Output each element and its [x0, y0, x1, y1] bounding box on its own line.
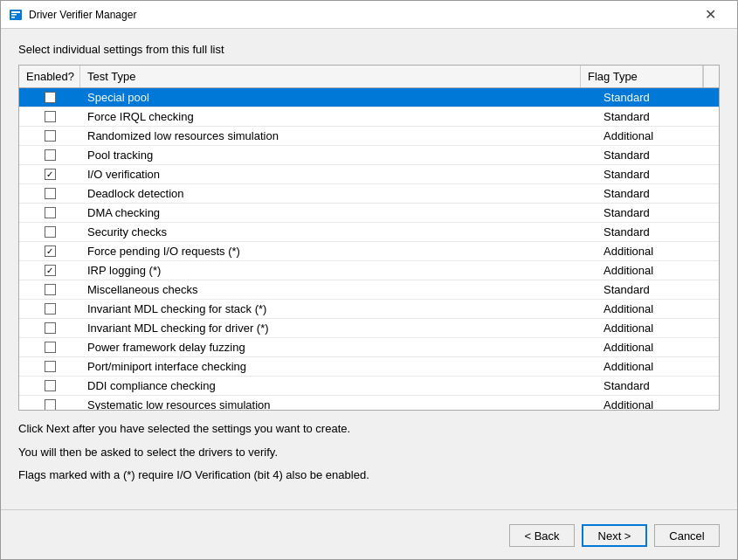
- table-row[interactable]: Deadlock detection Standard: [19, 184, 719, 204]
- main-content: Select individual settings from this ful…: [1, 29, 737, 506]
- table-row[interactable]: Pool tracking Standard: [19, 146, 719, 165]
- window-icon: [8, 7, 24, 23]
- checkbox[interactable]: [45, 265, 56, 276]
- flag-type-cell: Additional: [597, 127, 719, 145]
- svg-rect-3: [11, 17, 15, 18]
- checkbox[interactable]: [45, 207, 56, 218]
- close-button[interactable]: ✕: [690, 1, 730, 29]
- table-row[interactable]: Port/miniport interface checking Additio…: [19, 357, 719, 377]
- table-row[interactable]: DDI compliance checking Standard: [19, 377, 719, 396]
- checkbox[interactable]: [45, 169, 56, 180]
- flag-type-cell: Additional: [597, 396, 719, 410]
- test-type-cell: Miscellaneous checks: [80, 280, 597, 299]
- table-row[interactable]: Systematic low resources simulation Addi…: [19, 396, 719, 410]
- test-type-cell: DMA checking: [80, 204, 597, 222]
- window-title: Driver Verifier Manager: [29, 9, 690, 21]
- flag-type-cell: Additional: [597, 357, 719, 376]
- table-row[interactable]: DMA checking Standard: [19, 204, 719, 223]
- checkbox-cell[interactable]: [19, 319, 80, 337]
- flag-type-cell: Standard: [597, 107, 719, 126]
- checkbox-cell[interactable]: [19, 107, 80, 126]
- checkbox[interactable]: [45, 130, 56, 142]
- flag-type-cell: Additional: [597, 300, 719, 318]
- table-row[interactable]: Invariant MDL checking for stack (*) Add…: [19, 300, 719, 319]
- checkbox[interactable]: [45, 188, 56, 199]
- table-row[interactable]: Force IRQL checking Standard: [19, 107, 719, 127]
- table-row[interactable]: Special pool Standard: [19, 88, 719, 107]
- test-type-cell: IRP logging (*): [80, 261, 597, 280]
- checkbox-cell[interactable]: [19, 242, 80, 260]
- table-row[interactable]: Invariant MDL checking for driver (*) Ad…: [19, 319, 719, 338]
- svg-rect-1: [11, 11, 20, 13]
- flag-type-cell: Additional: [597, 261, 719, 280]
- table-body[interactable]: Special pool Standard Force IRQL checkin…: [19, 88, 719, 410]
- table-row[interactable]: Miscellaneous checks Standard: [19, 280, 719, 300]
- footer-line2: You will then be asked to select the dri…: [18, 445, 720, 460]
- checkbox[interactable]: [45, 92, 56, 103]
- svg-rect-2: [11, 14, 17, 16]
- checkbox-cell[interactable]: [19, 338, 80, 356]
- test-type-cell: DDI compliance checking: [80, 377, 597, 395]
- checkbox[interactable]: [45, 149, 56, 161]
- test-type-cell: Force IRQL checking: [80, 107, 597, 126]
- checkbox-cell[interactable]: [19, 146, 80, 164]
- driver-verifier-window: Driver Verifier Manager ✕ Select individ…: [0, 0, 738, 560]
- flag-type-cell: Standard: [597, 377, 719, 395]
- checkbox[interactable]: [45, 226, 56, 238]
- test-type-cell: Invariant MDL checking for stack (*): [80, 300, 597, 318]
- test-type-cell: Deadlock detection: [80, 184, 597, 203]
- checkbox-cell[interactable]: [19, 377, 80, 395]
- title-bar: Driver Verifier Manager ✕: [1, 1, 737, 29]
- col-enabled: Enabled?: [19, 66, 80, 87]
- test-type-cell: Special pool: [80, 88, 597, 107]
- test-type-cell: Power framework delay fuzzing: [80, 338, 597, 356]
- table-header: Enabled? Test Type Flag Type: [19, 66, 719, 88]
- checkbox-cell[interactable]: [19, 261, 80, 280]
- flag-type-cell: Additional: [597, 242, 719, 260]
- checkbox-cell[interactable]: [19, 88, 80, 107]
- checkbox[interactable]: [45, 342, 56, 353]
- checkbox[interactable]: [45, 399, 56, 410]
- table-row[interactable]: Security checks Standard: [19, 223, 719, 242]
- flag-type-cell: Standard: [597, 280, 719, 299]
- checkbox-cell[interactable]: [19, 357, 80, 376]
- table-row[interactable]: Power framework delay fuzzing Additional: [19, 338, 719, 357]
- test-type-cell: Force pending I/O requests (*): [80, 242, 597, 260]
- flag-type-cell: Standard: [597, 146, 719, 164]
- test-type-cell: Randomized low resources simulation: [80, 127, 597, 145]
- checkbox-cell[interactable]: [19, 300, 80, 318]
- back-button[interactable]: < Back: [509, 524, 575, 547]
- checkbox-cell[interactable]: [19, 280, 80, 299]
- button-bar: < Back Next > Cancel: [1, 517, 737, 559]
- checkbox[interactable]: [45, 361, 56, 372]
- checkbox[interactable]: [45, 380, 56, 391]
- next-button[interactable]: Next >: [582, 524, 647, 547]
- checkbox[interactable]: [45, 303, 56, 315]
- checkbox-cell[interactable]: [19, 165, 80, 183]
- test-type-cell: Invariant MDL checking for driver (*): [80, 319, 597, 337]
- table-row[interactable]: IRP logging (*) Additional: [19, 261, 719, 280]
- col-flag-type: Flag Type: [581, 66, 703, 87]
- test-type-cell: Security checks: [80, 223, 597, 241]
- test-type-cell: I/O verification: [80, 165, 597, 183]
- checkbox[interactable]: [45, 284, 56, 295]
- checkbox[interactable]: [45, 322, 56, 334]
- checkbox-cell[interactable]: [19, 223, 80, 241]
- table-row[interactable]: I/O verification Standard: [19, 165, 719, 184]
- checkbox[interactable]: [45, 111, 56, 122]
- flag-type-cell: Additional: [597, 319, 719, 337]
- divider: [1, 509, 737, 510]
- checkbox-cell[interactable]: [19, 204, 80, 222]
- flag-type-cell: Standard: [597, 223, 719, 241]
- table-row[interactable]: Force pending I/O requests (*) Additiona…: [19, 242, 719, 261]
- cancel-button[interactable]: Cancel: [654, 524, 720, 547]
- flag-type-cell: Standard: [597, 88, 719, 107]
- checkbox-cell[interactable]: [19, 396, 80, 410]
- table-row[interactable]: Randomized low resources simulation Addi…: [19, 127, 719, 146]
- checkbox[interactable]: [45, 245, 56, 257]
- flag-type-cell: Additional: [597, 338, 719, 356]
- flag-type-cell: Standard: [597, 165, 719, 183]
- settings-table: Enabled? Test Type Flag Type Special poo…: [18, 65, 720, 411]
- checkbox-cell[interactable]: [19, 184, 80, 203]
- checkbox-cell[interactable]: [19, 127, 80, 145]
